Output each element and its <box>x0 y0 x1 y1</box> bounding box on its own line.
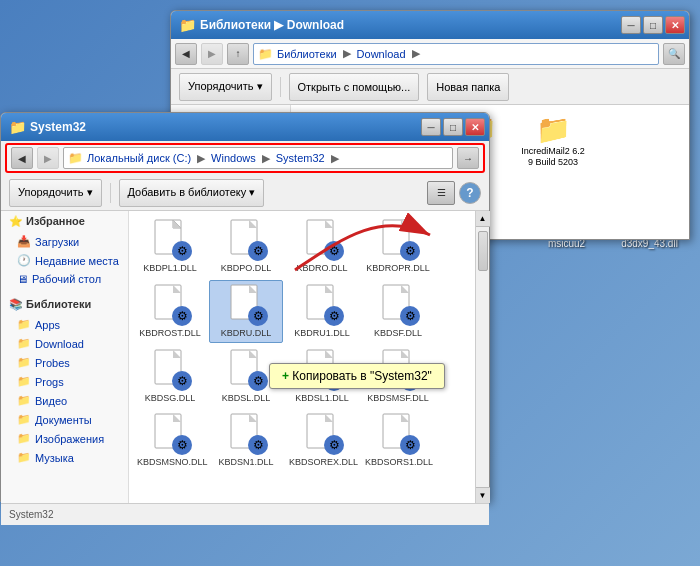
download-newfolder-label: Новая папка <box>436 81 500 93</box>
system32-title-controls: ─ □ ✕ <box>421 118 485 136</box>
sidebar-item-images[interactable]: 📁 Изображения <box>1 429 128 448</box>
system32-breadcrumb-c[interactable]: Локальный диск (C:) <box>87 152 191 164</box>
system32-view-btn[interactable]: ☰ <box>427 181 455 205</box>
system32-back-btn[interactable]: ◀ <box>11 147 33 169</box>
file-kbdsg[interactable]: ⚙ KBDSG.DLL <box>133 345 207 408</box>
file-kbdru[interactable]: ⚙ KBDRU.DLL <box>209 280 283 343</box>
download-title-controls: ─ □ ✕ <box>621 16 685 34</box>
sidebar-item-download[interactable]: 📁 Download <box>1 334 128 353</box>
download-newfolder-btn[interactable]: Новая папка <box>427 73 509 101</box>
video-icon: 📁 <box>17 394 31 407</box>
music-label: Музыка <box>35 452 74 464</box>
download-forward-btn[interactable]: ▶ <box>201 43 223 65</box>
system32-addtolib-label: Добавить в библиотеку ▾ <box>128 186 256 199</box>
system32-addtolib-btn[interactable]: Добавить в библиотеку ▾ <box>119 179 265 207</box>
sidebar-item-progs[interactable]: 📁 Progs <box>1 372 128 391</box>
copy-tooltip: + Копировать в "System32" <box>269 363 445 389</box>
system32-window: 📁 System32 ─ □ ✕ ◀ ▶ 📁 Локальный диск (C… <box>0 112 490 502</box>
sidebar-item-music[interactable]: 📁 Музыка <box>1 448 128 467</box>
system32-info-btn[interactable]: ? <box>459 182 481 204</box>
sidebar-item-docs[interactable]: 📁 Документы <box>1 410 128 429</box>
download-file-incredimail[interactable]: 📁 IncrediMail2 6.29 Build 5203 <box>517 109 589 182</box>
kbdpo-icon: ⚙ <box>226 219 266 259</box>
file-kbdru1[interactable]: ⚙ KBDRU1.DLL <box>285 280 359 343</box>
copy-plus-icon: + <box>282 369 292 383</box>
download-back-btn[interactable]: ◀ <box>175 43 197 65</box>
system32-close-btn[interactable]: ✕ <box>465 118 485 136</box>
download-address-field[interactable]: 📁 Библиотеки ▶ Download ▶ <box>253 43 659 65</box>
sidebar-item-apps[interactable]: 📁 Apps <box>1 315 128 334</box>
desktop-label: Рабочий стол <box>32 273 101 285</box>
system32-folder-icon: 📁 <box>68 151 83 165</box>
system32-organize-btn[interactable]: Упорядочить ▾ <box>9 179 102 207</box>
file-kbdsn1[interactable]: ⚙ KBDSN1.DLL <box>209 409 283 472</box>
download-open-label: Открыть с помощью... <box>298 81 411 93</box>
download-organize-btn[interactable]: Упорядочить ▾ <box>179 73 272 101</box>
system32-minimize-btn[interactable]: ─ <box>421 118 441 136</box>
file-kbdsorex[interactable]: ⚙ KBDSOREX.DLL <box>285 409 359 472</box>
file-kbdropr[interactable]: ⚙ KBDROPR.DLL <box>361 215 435 278</box>
system32-toolbar-right: ☰ ? <box>427 181 481 205</box>
download-search-btn[interactable]: 🔍 <box>663 43 685 65</box>
download-close-btn[interactable]: ✕ <box>665 16 685 34</box>
sidebar-item-recent[interactable]: 🕐 Недавние места <box>1 251 128 270</box>
scroll-thumb[interactable] <box>478 231 488 271</box>
download-breadcrumb-libraries[interactable]: Библиотеки <box>277 48 337 60</box>
docs-label: Документы <box>35 414 92 426</box>
system32-scrollbar[interactable]: ▲ ▼ <box>475 211 489 503</box>
system32-libs-header[interactable]: 📚 Библиотеки <box>1 294 128 315</box>
system32-sidebar: ⭐ Избранное 📥 Загрузки 🕐 Недавние места … <box>1 211 129 503</box>
sidebar-item-zagruzki[interactable]: 📥 Загрузки <box>1 232 128 251</box>
sidebar-item-probes[interactable]: 📁 Probes <box>1 353 128 372</box>
file-kbdpl1[interactable]: ⚙ KBDPL1.DLL <box>133 215 207 278</box>
download-sep2: ▶ <box>412 47 420 60</box>
download-window-icon: 📁 <box>179 17 196 33</box>
music-icon: 📁 <box>17 451 31 464</box>
download-maximize-btn[interactable]: □ <box>643 16 663 34</box>
system32-status-bar: System32 <box>1 503 489 525</box>
kbdru1-icon: ⚙ <box>302 284 342 324</box>
system32-favorites-header[interactable]: ⭐ Избранное <box>1 211 128 232</box>
system32-sep1: ▶ <box>197 152 205 165</box>
kbdro-icon: ⚙ <box>302 219 342 259</box>
system32-breadcrumb-system32[interactable]: System32 <box>276 152 325 164</box>
file-kbdro[interactable]: ⚙ KBDRO.DLL <box>285 215 359 278</box>
sidebar-item-video[interactable]: 📁 Видео <box>1 391 128 410</box>
kbdsf-label: KBDSF.DLL <box>365 328 431 339</box>
kbdrost-icon: ⚙ <box>150 284 190 324</box>
download-minimize-btn[interactable]: ─ <box>621 16 641 34</box>
copy-tooltip-text: Копировать в "System32" <box>292 369 432 383</box>
kbdru1-label: KBDRU1.DLL <box>289 328 355 339</box>
file-kbdsmsno[interactable]: ⚙ KBDSMSNO.DLL <box>133 409 207 472</box>
kbdsmsno-label: KBDSMSNO.DLL <box>137 457 203 468</box>
kbdropr-label: KBDROPR.DLL <box>365 263 431 274</box>
system32-sep3: ▶ <box>331 152 339 165</box>
recent-icon: 🕐 <box>17 254 31 267</box>
download-open-btn[interactable]: Открыть с помощью... <box>289 73 420 101</box>
download-breadcrumb-download[interactable]: Download <box>357 48 406 60</box>
toolbar-sep1 <box>280 77 281 97</box>
sidebar-item-desktop[interactable]: 🖥 Рабочий стол <box>1 270 128 288</box>
scroll-down-btn[interactable]: ▼ <box>476 487 490 503</box>
system32-libs-section: 📚 Библиотеки 📁 Apps 📁 Download 📁 Probes <box>1 294 128 467</box>
download-window-title: Библиотеки ▶ Download <box>200 18 344 32</box>
file-kbdsf[interactable]: ⚙ KBDSF.DLL <box>361 280 435 343</box>
system32-address-field[interactable]: 📁 Локальный диск (C:) ▶ Windows ▶ System… <box>63 147 453 169</box>
kbdpo-label: KBDPO.DLL <box>213 263 279 274</box>
system32-breadcrumb-windows[interactable]: Windows <box>211 152 256 164</box>
scroll-up-btn[interactable]: ▲ <box>476 211 490 227</box>
system32-address-bar: ◀ ▶ 📁 Локальный диск (C:) ▶ Windows ▶ Sy… <box>5 143 485 173</box>
file-kbdsors1[interactable]: ⚙ KBDSORS1.DLL <box>361 409 435 472</box>
system32-go-btn[interactable]: → <box>457 147 479 169</box>
download-folder-icon: 📁 <box>258 47 273 61</box>
download-up-btn[interactable]: ↑ <box>227 43 249 65</box>
file-kbdpo[interactable]: ⚙ KBDPO.DLL <box>209 215 283 278</box>
system32-maximize-btn[interactable]: □ <box>443 118 463 136</box>
system32-window-title: System32 <box>30 120 86 134</box>
kbdrost-label: KBDROST.DLL <box>137 328 203 339</box>
kbdsn1-label: KBDSN1.DLL <box>213 457 279 468</box>
kbdsorex-label: KBDSOREX.DLL <box>289 457 355 468</box>
kbdsors1-label: KBDSORS1.DLL <box>365 457 431 468</box>
file-kbdrost[interactable]: ⚙ KBDROST.DLL <box>133 280 207 343</box>
system32-forward-btn[interactable]: ▶ <box>37 147 59 169</box>
